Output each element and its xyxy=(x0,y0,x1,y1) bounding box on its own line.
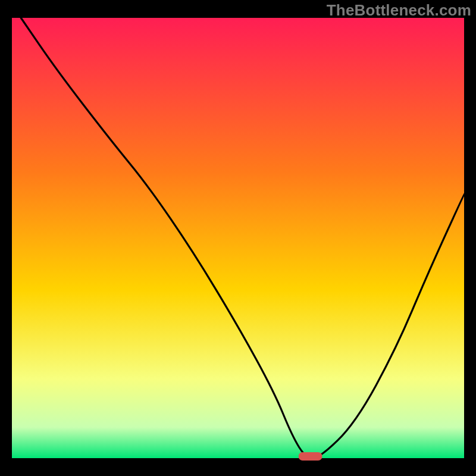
chart-container: { "watermark": "TheBottleneck.com", "cha… xyxy=(0,0,476,476)
optimal-marker xyxy=(299,452,322,461)
plot-area xyxy=(12,18,464,458)
bottleneck-chart xyxy=(0,0,476,476)
watermark-text: TheBottleneck.com xyxy=(327,1,471,20)
